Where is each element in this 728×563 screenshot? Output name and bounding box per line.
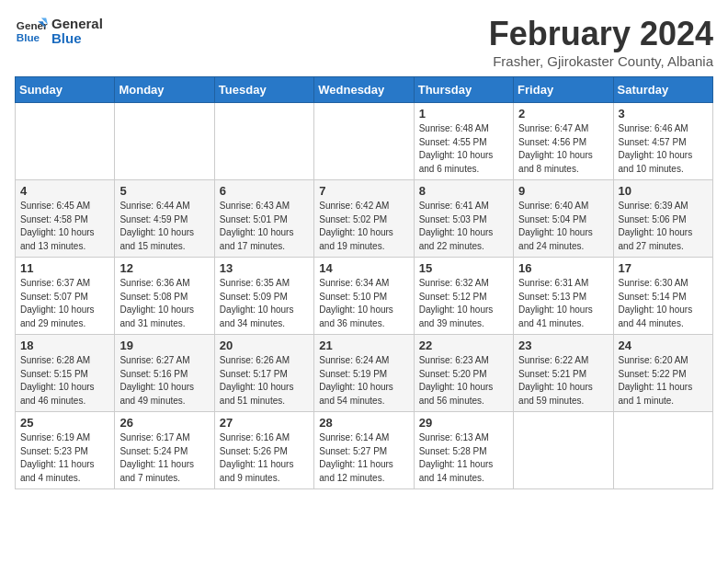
- day-info: Sunrise: 6:20 AM Sunset: 5:22 PM Dayligh…: [619, 354, 708, 408]
- calendar-cell: 20Sunrise: 6:26 AM Sunset: 5:17 PM Dayli…: [214, 335, 313, 412]
- calendar-table: SundayMondayTuesdayWednesdayThursdayFrid…: [15, 76, 713, 489]
- day-number: 24: [619, 339, 708, 352]
- calendar-cell: 17Sunrise: 6:30 AM Sunset: 5:14 PM Dayli…: [613, 258, 712, 335]
- day-info: Sunrise: 6:36 AM Sunset: 5:08 PM Dayligh…: [119, 277, 209, 330]
- calendar-week-row: 11Sunrise: 6:37 AM Sunset: 5:07 PM Dayli…: [16, 258, 713, 335]
- calendar-header-row: SundayMondayTuesdayWednesdayThursdayFrid…: [16, 77, 713, 103]
- calendar-cell: 2Sunrise: 6:47 AM Sunset: 4:56 PM Daylig…: [514, 103, 613, 180]
- day-number: 16: [518, 261, 608, 275]
- day-info: Sunrise: 6:48 AM Sunset: 4:55 PM Dayligh…: [419, 122, 508, 176]
- day-number: 15: [419, 261, 508, 275]
- calendar-week-row: 25Sunrise: 6:19 AM Sunset: 5:23 PM Dayli…: [16, 412, 713, 489]
- calendar-cell: 15Sunrise: 6:32 AM Sunset: 5:12 PM Dayli…: [414, 258, 513, 335]
- calendar-cell: 7Sunrise: 6:42 AM Sunset: 5:02 PM Daylig…: [314, 180, 414, 258]
- calendar-cell: 12Sunrise: 6:36 AM Sunset: 5:08 PM Dayli…: [115, 258, 214, 335]
- day-info: Sunrise: 6:32 AM Sunset: 5:12 PM Dayligh…: [419, 277, 508, 330]
- calendar-cell: 19Sunrise: 6:27 AM Sunset: 5:16 PM Dayli…: [115, 335, 214, 412]
- weekday-header: Sunday: [16, 77, 115, 103]
- calendar-cell: 1Sunrise: 6:48 AM Sunset: 4:55 PM Daylig…: [414, 103, 513, 180]
- calendar-week-row: 1Sunrise: 6:48 AM Sunset: 4:55 PM Daylig…: [16, 103, 713, 180]
- title-area: February 2024 Frasher, Gjirokaster Count…: [489, 15, 713, 69]
- day-info: Sunrise: 6:23 AM Sunset: 5:20 PM Dayligh…: [419, 354, 508, 408]
- calendar-cell: [115, 103, 214, 180]
- day-info: Sunrise: 6:47 AM Sunset: 4:56 PM Dayligh…: [518, 122, 608, 176]
- weekday-header: Wednesday: [314, 77, 414, 103]
- calendar-body: 1Sunrise: 6:48 AM Sunset: 4:55 PM Daylig…: [16, 103, 713, 489]
- day-number: 13: [220, 261, 309, 275]
- day-info: Sunrise: 6:16 AM Sunset: 5:26 PM Dayligh…: [220, 431, 309, 485]
- day-number: 4: [20, 184, 109, 198]
- calendar-cell: 13Sunrise: 6:35 AM Sunset: 5:09 PM Dayli…: [214, 258, 313, 335]
- day-info: Sunrise: 6:27 AM Sunset: 5:16 PM Dayligh…: [119, 354, 209, 408]
- day-info: Sunrise: 6:31 AM Sunset: 5:13 PM Dayligh…: [518, 277, 608, 330]
- calendar-cell: 26Sunrise: 6:17 AM Sunset: 5:24 PM Dayli…: [115, 412, 214, 489]
- logo-line1: General: [51, 17, 103, 32]
- day-number: 20: [220, 339, 309, 352]
- logo-line2: Blue: [51, 31, 103, 47]
- day-number: 1: [419, 107, 508, 121]
- svg-text:Blue: Blue: [17, 31, 40, 43]
- day-number: 22: [419, 339, 508, 352]
- day-info: Sunrise: 6:35 AM Sunset: 5:09 PM Dayligh…: [220, 277, 309, 330]
- weekday-header: Thursday: [414, 77, 513, 103]
- weekday-header: Friday: [514, 77, 613, 103]
- calendar-cell: 14Sunrise: 6:34 AM Sunset: 5:10 PM Dayli…: [314, 258, 414, 335]
- day-info: Sunrise: 6:37 AM Sunset: 5:07 PM Dayligh…: [20, 277, 109, 330]
- day-number: 11: [20, 261, 109, 275]
- calendar-cell: 28Sunrise: 6:14 AM Sunset: 5:27 PM Dayli…: [314, 412, 414, 489]
- calendar-cell: 16Sunrise: 6:31 AM Sunset: 5:13 PM Dayli…: [514, 258, 613, 335]
- day-number: 10: [619, 184, 708, 198]
- day-number: 27: [220, 416, 309, 430]
- day-number: 9: [518, 184, 608, 198]
- day-info: Sunrise: 6:13 AM Sunset: 5:28 PM Dayligh…: [419, 431, 508, 485]
- day-info: Sunrise: 6:30 AM Sunset: 5:14 PM Dayligh…: [619, 277, 708, 330]
- logo-icon: General Blue: [15, 15, 48, 48]
- calendar-cell: 9Sunrise: 6:40 AM Sunset: 5:04 PM Daylig…: [514, 180, 613, 258]
- day-info: Sunrise: 6:17 AM Sunset: 5:24 PM Dayligh…: [119, 431, 209, 485]
- day-info: Sunrise: 6:34 AM Sunset: 5:10 PM Dayligh…: [319, 277, 408, 330]
- day-number: 2: [518, 107, 608, 121]
- day-number: 28: [319, 416, 408, 430]
- day-number: 7: [319, 184, 408, 198]
- day-info: Sunrise: 6:40 AM Sunset: 5:04 PM Dayligh…: [518, 200, 608, 253]
- calendar-cell: 5Sunrise: 6:44 AM Sunset: 4:59 PM Daylig…: [115, 180, 214, 258]
- header: General Blue General Blue February 2024 …: [15, 15, 713, 69]
- subtitle: Frasher, Gjirokaster County, Albania: [489, 53, 713, 69]
- calendar-cell: 24Sunrise: 6:20 AM Sunset: 5:22 PM Dayli…: [613, 335, 712, 412]
- day-number: 18: [20, 339, 109, 352]
- weekday-header: Saturday: [613, 77, 712, 103]
- day-number: 12: [119, 261, 209, 275]
- day-number: 25: [20, 416, 109, 430]
- day-number: 23: [518, 339, 608, 352]
- day-number: 17: [619, 261, 708, 275]
- day-info: Sunrise: 6:46 AM Sunset: 4:57 PM Dayligh…: [619, 122, 708, 176]
- calendar-cell: 4Sunrise: 6:45 AM Sunset: 4:58 PM Daylig…: [16, 180, 115, 258]
- day-number: 19: [119, 339, 209, 352]
- calendar-cell: [214, 103, 313, 180]
- day-info: Sunrise: 6:43 AM Sunset: 5:01 PM Dayligh…: [220, 200, 309, 253]
- day-number: 21: [319, 339, 408, 352]
- day-number: 8: [419, 184, 508, 198]
- calendar-cell: [16, 103, 115, 180]
- weekday-header: Tuesday: [214, 77, 313, 103]
- day-number: 6: [220, 184, 309, 198]
- day-number: 3: [619, 107, 708, 121]
- day-number: 26: [119, 416, 209, 430]
- logo: General Blue General Blue: [15, 15, 103, 48]
- calendar-cell: 6Sunrise: 6:43 AM Sunset: 5:01 PM Daylig…: [214, 180, 313, 258]
- calendar-cell: 23Sunrise: 6:22 AM Sunset: 5:21 PM Dayli…: [514, 335, 613, 412]
- calendar-cell: 27Sunrise: 6:16 AM Sunset: 5:26 PM Dayli…: [214, 412, 313, 489]
- calendar-cell: 29Sunrise: 6:13 AM Sunset: 5:28 PM Dayli…: [414, 412, 513, 489]
- calendar-cell: 18Sunrise: 6:28 AM Sunset: 5:15 PM Dayli…: [16, 335, 115, 412]
- day-info: Sunrise: 6:41 AM Sunset: 5:03 PM Dayligh…: [419, 200, 508, 253]
- calendar-cell: [514, 412, 613, 489]
- calendar-week-row: 4Sunrise: 6:45 AM Sunset: 4:58 PM Daylig…: [16, 180, 713, 258]
- day-number: 5: [119, 184, 209, 198]
- day-info: Sunrise: 6:42 AM Sunset: 5:02 PM Dayligh…: [319, 200, 408, 253]
- calendar-cell: [613, 412, 712, 489]
- day-info: Sunrise: 6:26 AM Sunset: 5:17 PM Dayligh…: [220, 354, 309, 408]
- main-title: February 2024: [489, 15, 713, 53]
- day-info: Sunrise: 6:44 AM Sunset: 4:59 PM Dayligh…: [119, 200, 209, 253]
- weekday-header: Monday: [115, 77, 214, 103]
- calendar-cell: 21Sunrise: 6:24 AM Sunset: 5:19 PM Dayli…: [314, 335, 414, 412]
